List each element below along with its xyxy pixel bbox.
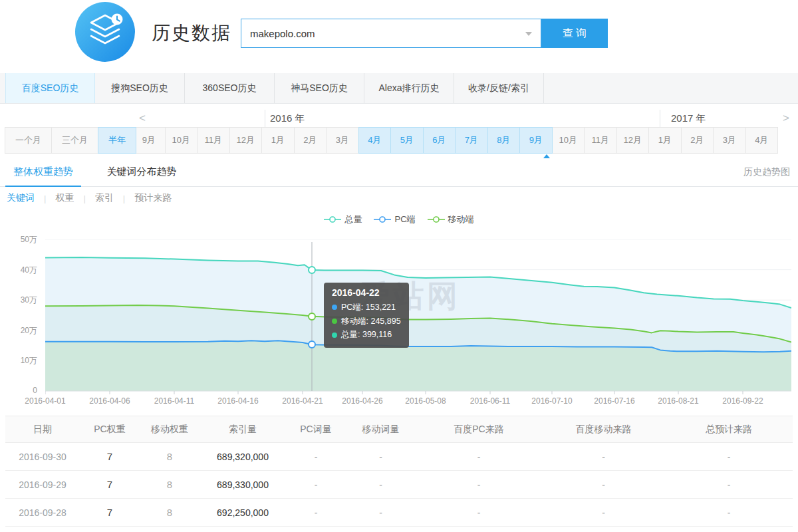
legend-item-1[interactable]: PC端: [374, 213, 415, 225]
month-tab-13[interactable]: 10月: [552, 127, 585, 154]
y-axis-label-2: 20万: [0, 325, 37, 336]
trend-chart-svg: [45, 239, 791, 396]
table-cell: -: [416, 443, 542, 471]
x-axis-label-11: 2016-09-22: [722, 396, 763, 406]
month-tab-4[interactable]: 1月: [261, 127, 295, 154]
month-tab-8[interactable]: 5月: [390, 127, 424, 154]
table-cell: 2016-09-28: [5, 499, 80, 527]
tooltip-row-text: PC端: 153,221: [341, 301, 396, 315]
table-cell: -: [665, 499, 793, 527]
period-tab-1[interactable]: 三个月: [51, 127, 98, 154]
month-tab-7[interactable]: 4月: [358, 127, 392, 154]
tooltip-series-dot: [332, 332, 337, 338]
col-header-8: 总预计来路: [665, 416, 793, 443]
x-axis-label-0: 2016-04-01: [25, 396, 65, 406]
main-tab-3[interactable]: 神马SEO历史: [275, 73, 364, 103]
chart-legend: 总量PC端移动端: [0, 213, 798, 225]
month-tab-6[interactable]: 3月: [326, 127, 359, 154]
table-cell: -: [286, 499, 346, 527]
x-axis-label-8: 2016-07-10: [531, 396, 572, 406]
month-tab-10[interactable]: 7月: [455, 127, 488, 154]
dropdown-caret-icon[interactable]: [525, 32, 532, 36]
query-button[interactable]: 查 询: [541, 19, 608, 48]
x-axis-label-6: 2016-05-08: [405, 396, 446, 406]
tooltip-date: 2016-04-22: [332, 287, 401, 298]
month-tab-9[interactable]: 6月: [423, 127, 456, 154]
period-tab-2[interactable]: 半年: [98, 127, 136, 154]
subtab-overall-weight-trend[interactable]: 整体权重趋势: [5, 157, 81, 187]
x-axis-label-4: 2016-04-21: [282, 396, 323, 406]
filter-link-3[interactable]: 预计来路: [134, 192, 172, 204]
y-axis-label-3: 30万: [0, 295, 37, 306]
month-tab-0[interactable]: 9月: [132, 127, 166, 154]
filter-separator: |: [44, 194, 46, 203]
month-tab-16[interactable]: 1月: [648, 127, 682, 154]
period-tab-0[interactable]: 一个月: [5, 127, 52, 154]
table-cell: -: [542, 443, 665, 471]
history-trend-link[interactable]: 历史趋势图: [743, 157, 790, 187]
col-header-7: 百度移动来路: [542, 416, 665, 443]
layers-clock-icon: [75, 2, 135, 62]
year-separator: [265, 110, 265, 128]
table-cell: -: [286, 443, 346, 471]
table-cell: 2016-09-29: [5, 471, 80, 499]
table-row: 2016-09-2978689,330,000-----: [5, 471, 793, 499]
page-title: 历史数据: [152, 21, 231, 46]
table-cell: 689,330,000: [200, 471, 286, 499]
x-axis-label-2: 2016-04-11: [154, 396, 195, 406]
table-cell: 8: [140, 499, 200, 527]
legend-item-2[interactable]: 移动端: [428, 213, 474, 225]
month-tab-5[interactable]: 2月: [294, 127, 327, 154]
x-axis-label-9: 2016-07-16: [594, 396, 634, 406]
main-tab-bar: 百度SEO历史搜狗SEO历史360SEO历史神马SEO历史Alexa排行历史收录…: [0, 73, 798, 104]
table-row: 2016-09-2878692,250,000-----: [5, 499, 793, 527]
month-tab-14[interactable]: 11月: [584, 127, 617, 154]
filter-link-1[interactable]: 权重: [55, 192, 74, 204]
table-cell: 7: [80, 443, 140, 471]
main-tab-5[interactable]: 收录/反链/索引: [454, 73, 544, 103]
app-logo: [75, 2, 135, 62]
x-axis-label-5: 2016-04-26: [342, 396, 382, 406]
domain-input[interactable]: [241, 19, 541, 47]
y-axis-label-0: 0: [0, 386, 37, 395]
col-header-6: 百度PC来路: [416, 416, 542, 443]
year-label-2016: 2016 年: [270, 112, 305, 125]
month-tab-2[interactable]: 11月: [197, 127, 230, 154]
tooltip-series-dot: [332, 319, 337, 324]
legend-item-0[interactable]: 总量: [324, 213, 362, 225]
next-year-chevron[interactable]: >: [783, 112, 789, 125]
subtab-keyword-distribution-trend[interactable]: 关键词分布趋势: [98, 157, 184, 187]
month-tab-17[interactable]: 2月: [681, 127, 714, 154]
prev-year-chevron[interactable]: <: [139, 112, 146, 125]
y-axis-label-1: 10万: [0, 355, 37, 366]
main-tab-0[interactable]: 百度SEO历史: [5, 73, 95, 103]
table-row: 2016-09-3078689,320,000-----: [5, 443, 793, 471]
filter-link-0[interactable]: 关键词: [7, 192, 35, 204]
main-tab-4[interactable]: Alexa排行历史: [364, 73, 454, 103]
col-header-2: 移动权重: [140, 416, 200, 443]
month-tab-11[interactable]: 8月: [487, 127, 521, 154]
month-tab-3[interactable]: 12月: [229, 127, 263, 154]
chart-plot-area[interactable]: [45, 239, 791, 399]
trend-chart-section: 总量PC端移动端 爱站网 2016-04-22 PC端: 153,221移动端:…: [0, 209, 798, 416]
month-tab-18[interactable]: 3月: [713, 127, 746, 154]
table-cell: -: [346, 443, 416, 471]
main-tab-1[interactable]: 搜狗SEO历史: [95, 73, 185, 103]
legend-label: 移动端: [448, 213, 474, 225]
filter-separator: |: [83, 194, 85, 203]
table-cell: 7: [80, 471, 140, 499]
month-tab-1[interactable]: 10月: [165, 127, 198, 154]
month-selector: 9月10月11月12月1月2月3月4月5月6月7月8月9月10月11月12月1月…: [133, 127, 778, 154]
legend-marker-icon: [324, 215, 341, 223]
table-cell: -: [416, 471, 542, 499]
table-cell: 2016-09-30: [5, 443, 80, 471]
month-tab-15[interactable]: 12月: [616, 127, 650, 154]
legend-label: PC端: [394, 213, 415, 225]
month-tab-19[interactable]: 4月: [745, 127, 779, 154]
month-tab-12[interactable]: 9月: [519, 127, 553, 154]
timeline-bar: 一个月三个月半年 < > 2016 年 2017 年 9月10月11月12月1月…: [0, 104, 798, 157]
main-tab-2[interactable]: 360SEO历史: [185, 73, 275, 103]
filter-link-2[interactable]: 索引: [95, 192, 114, 204]
table-cell: -: [665, 471, 793, 499]
x-axis-label-7: 2016-06-11: [470, 396, 511, 406]
